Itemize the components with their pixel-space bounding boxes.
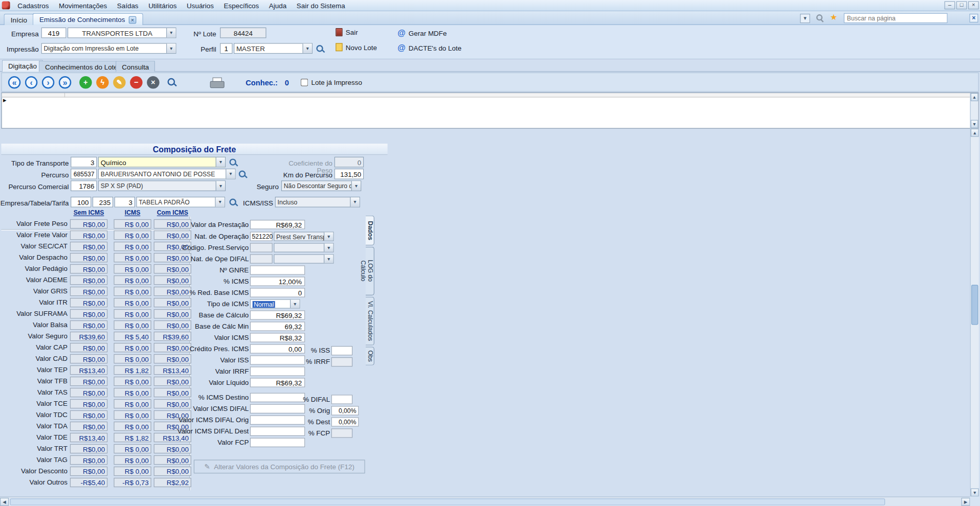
menu-item[interactable]: Ajuda: [264, 1, 292, 11]
tipo-icms-combo[interactable]: Normal ▼: [250, 299, 300, 308]
lote-impresso-checkbox[interactable]: [301, 79, 308, 86]
cancel-record-button[interactable]: ×: [147, 76, 159, 88]
chevron-down-icon[interactable]: ▼: [215, 197, 224, 206]
tabela-tabela-field[interactable]: 235: [93, 197, 113, 208]
tab-consulta[interactable]: Consulta: [116, 61, 155, 72]
gnre-field[interactable]: [250, 265, 305, 274]
base-calculo-field[interactable]: R$69,32: [250, 310, 305, 319]
percurso-comercial-code[interactable]: 1786: [71, 180, 97, 191]
tabela-combo[interactable]: TABELA PADRÃO ▼: [136, 197, 225, 208]
chevron-down-icon[interactable]: ▼: [166, 28, 175, 37]
perfil-combo[interactable]: MASTER ▼: [234, 43, 313, 54]
percurso-comercial-combo[interactable]: SP X SP (PAD) ▼: [98, 180, 226, 191]
grid-scrollbar[interactable]: ▲ ▼: [970, 93, 978, 128]
search-icon[interactable]: [229, 158, 237, 167]
tab-inicio[interactable]: Início: [4, 14, 34, 25]
close-search-icon[interactable]: ×: [969, 14, 978, 22]
menu-item[interactable]: Usuários: [182, 1, 219, 11]
tipo-transporte-combo[interactable]: Químico ▼: [98, 157, 226, 168]
nav-last-button[interactable]: »: [59, 76, 71, 88]
search-icon[interactable]: [229, 198, 237, 206]
perc-icms-field[interactable]: 12,00%: [250, 277, 305, 286]
chevron-down-icon[interactable]: ▼: [350, 197, 359, 206]
red-base-field[interactable]: 0: [250, 288, 305, 297]
tabela-empresa-field[interactable]: 100: [71, 197, 91, 208]
nav-next-button[interactable]: ›: [42, 76, 54, 88]
tipo-transporte-code[interactable]: 3: [71, 157, 97, 168]
tab-emissao-conhecimentos[interactable]: Emissão de Conhecimentos×: [33, 13, 143, 25]
dactes-button[interactable]: @ DACTE's do Lote: [397, 43, 461, 52]
percurso-combo[interactable]: BARUERI/SANTO ANTONIO DE POSSE ▼: [98, 169, 236, 179]
grid-scroll-up-icon[interactable]: ▲: [971, 93, 978, 101]
search-icon[interactable]: [238, 170, 247, 178]
valor-icms-field[interactable]: R$8,32: [250, 333, 305, 342]
tab-digitacao[interactable]: Digitação: [2, 60, 43, 72]
nav-prev-button[interactable]: ‹: [25, 76, 37, 88]
perfil-code-field[interactable]: 1: [220, 43, 232, 54]
tab-conhecimentos-lote[interactable]: Conhecimentos do Lote: [39, 61, 124, 72]
search-icon[interactable]: [316, 44, 324, 53]
chevron-down-icon[interactable]: ▼: [302, 44, 311, 53]
grid-scroll-down-icon[interactable]: ▼: [971, 120, 978, 128]
side-tab-log-calculo[interactable]: LOG do Cálculo: [366, 247, 374, 295]
hscrollbar-thumb[interactable]: [10, 498, 885, 505]
scroll-down-icon[interactable]: ▼: [971, 489, 979, 497]
close-window-button[interactable]: ×: [968, 1, 979, 9]
scroll-left-icon[interactable]: ◀: [0, 498, 9, 506]
chevron-down-icon[interactable]: ▼: [226, 169, 235, 178]
menu-item[interactable]: Movimentações: [54, 1, 112, 11]
chevron-down-icon[interactable]: ▾: [800, 14, 810, 23]
post-record-button[interactable]: ϟ: [96, 76, 108, 88]
maximize-button[interactable]: □: [956, 1, 967, 9]
scrollbar-thumb[interactable]: [971, 285, 978, 325]
gerar-mdfe-button[interactable]: @ Gerar MDFe: [397, 28, 447, 37]
chevron-down-icon[interactable]: ▼: [290, 300, 299, 308]
search-records-icon[interactable]: [167, 78, 177, 88]
sair-button[interactable]: Sair: [336, 28, 358, 36]
empresa-combo[interactable]: TRANSPORTES LTDA ▼: [68, 28, 176, 38]
valor-irrf-field[interactable]: [250, 366, 305, 376]
novo-lote-button[interactable]: Novo Lote: [336, 43, 377, 51]
menu-item[interactable]: Sair do Sistema: [292, 1, 350, 11]
perc-orig-field[interactable]: 0,00%: [331, 406, 359, 415]
menu-item[interactable]: Cadastros: [12, 1, 54, 11]
menu-item[interactable]: Saídas: [112, 1, 143, 11]
menu-item[interactable]: Utilitários: [143, 1, 182, 11]
conhecimentos-grid[interactable]: ▶ ▲ ▼: [1, 93, 978, 129]
minimize-button[interactable]: –: [944, 1, 955, 9]
tabela-tarifa-field[interactable]: 3: [115, 197, 135, 208]
valor-prestacao-field[interactable]: R$69,32: [250, 220, 305, 229]
chevron-down-icon[interactable]: ▼: [324, 233, 333, 241]
scroll-up-icon[interactable]: ▲: [971, 129, 979, 137]
add-record-button[interactable]: +: [79, 76, 92, 88]
chevron-down-icon[interactable]: ▼: [166, 44, 175, 53]
print-icon[interactable]: [210, 78, 224, 88]
valor-liquido-field[interactable]: R$69,32: [250, 378, 305, 387]
nat-operacao-code-field[interactable]: 521220: [250, 232, 273, 241]
seguro-combo[interactable]: Não Descontar Seguro do Frete P ▼: [281, 180, 361, 191]
chevron-down-icon[interactable]: ▼: [216, 181, 225, 190]
side-tab-vl-calculados[interactable]: Vl. Calculados: [366, 296, 374, 345]
percurso-code[interactable]: 685537: [71, 169, 97, 179]
search-input[interactable]: [844, 13, 948, 24]
km-field[interactable]: 131,50: [335, 169, 364, 179]
valor-fcp-field[interactable]: [250, 438, 305, 447]
perc-difal-field[interactable]: [331, 395, 353, 404]
horizontal-scrollbar[interactable]: ◀ ▶: [0, 496, 970, 505]
chevron-down-icon[interactable]: ▼: [351, 181, 361, 190]
nat-operacao-combo[interactable]: Prest Serv Transp Inc ▼: [274, 232, 333, 241]
main-scrollbar[interactable]: ▲ ▼: [970, 129, 979, 497]
nav-first-button[interactable]: «: [8, 76, 20, 88]
side-tab-dados[interactable]: Dados: [366, 216, 374, 246]
base-calc-min-field[interactable]: 69,32: [250, 321, 305, 331]
menu-item[interactable]: Específicos: [219, 1, 264, 11]
perc-iss-field[interactable]: [331, 346, 353, 355]
delete-record-button[interactable]: −: [130, 76, 142, 88]
impressao-combo[interactable]: Digitação com Impressão em Lote ▼: [41, 43, 176, 54]
close-tab-icon[interactable]: ×: [129, 16, 137, 24]
edit-record-button[interactable]: ✎: [113, 76, 125, 88]
icms-iss-combo[interactable]: Incluso ▼: [275, 197, 360, 208]
favorites-star-icon[interactable]: ★: [830, 12, 837, 21]
side-tab-obs[interactable]: Obs: [366, 347, 374, 365]
key-icon[interactable]: [816, 14, 825, 23]
